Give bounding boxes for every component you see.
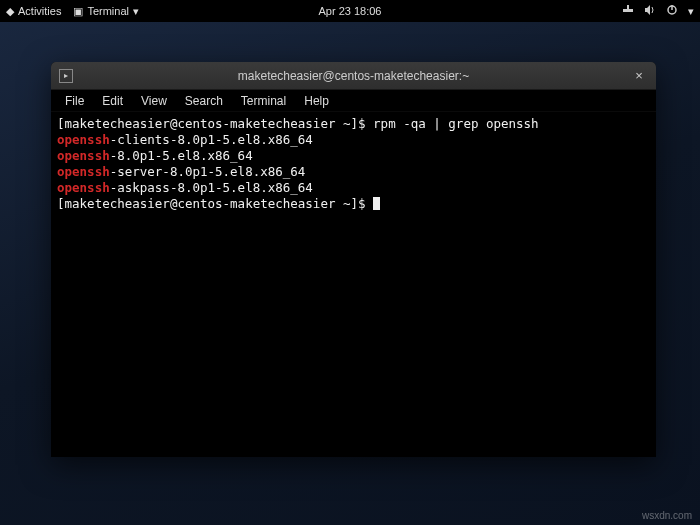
activities-button[interactable]: ◆ Activities bbox=[6, 5, 61, 17]
prompt-text: [maketecheasier@centos-maketecheasier ~]… bbox=[57, 116, 373, 131]
menu-search[interactable]: Search bbox=[177, 92, 231, 110]
grep-highlight: openssh bbox=[57, 180, 110, 195]
close-button[interactable]: × bbox=[630, 67, 648, 85]
command-text: rpm -qa | grep openssh bbox=[373, 116, 539, 131]
terminal-line: [maketecheasier@centos-maketecheasier ~]… bbox=[57, 116, 650, 132]
activities-icon: ◆ bbox=[6, 6, 14, 17]
terminal-output[interactable]: [maketecheasier@centos-maketecheasier ~]… bbox=[51, 112, 656, 457]
activities-label: Activities bbox=[18, 5, 61, 17]
output-text: -askpass-8.0p1-5.el8.x86_64 bbox=[110, 180, 313, 195]
chevron-down-icon: ▾ bbox=[688, 6, 694, 17]
menu-help[interactable]: Help bbox=[296, 92, 337, 110]
svg-rect-1 bbox=[629, 9, 633, 12]
terminal-line: [maketecheasier@centos-maketecheasier ~]… bbox=[57, 196, 650, 212]
window-titlebar[interactable]: ▸ maketecheasier@centos-maketecheasier:~… bbox=[51, 62, 656, 90]
network-icon[interactable] bbox=[622, 4, 634, 18]
output-text: -server-8.0p1-5.el8.x86_64 bbox=[110, 164, 306, 179]
clock[interactable]: Apr 23 18:06 bbox=[319, 5, 382, 17]
terminal-line: openssh-8.0p1-5.el8.x86_64 bbox=[57, 148, 650, 164]
output-text: -8.0p1-5.el8.x86_64 bbox=[110, 148, 253, 163]
terminal-titlebar-icon: ▸ bbox=[59, 69, 73, 83]
prompt-text: [maketecheasier@centos-maketecheasier ~]… bbox=[57, 196, 373, 211]
watermark: wsxdn.com bbox=[642, 510, 692, 521]
menu-file[interactable]: File bbox=[57, 92, 92, 110]
app-menu[interactable]: ▣ Terminal ▾ bbox=[73, 5, 139, 17]
window-title: maketecheasier@centos-maketecheasier:~ bbox=[238, 69, 469, 83]
terminal-line: openssh-clients-8.0p1-5.el8.x86_64 bbox=[57, 132, 650, 148]
output-text: -clients-8.0p1-5.el8.x86_64 bbox=[110, 132, 313, 147]
svg-rect-0 bbox=[623, 9, 627, 12]
datetime-label: Apr 23 18:06 bbox=[319, 5, 382, 17]
gnome-topbar: ◆ Activities ▣ Terminal ▾ Apr 23 18:06 ▾ bbox=[0, 0, 700, 22]
menu-terminal[interactable]: Terminal bbox=[233, 92, 294, 110]
menu-view[interactable]: View bbox=[133, 92, 175, 110]
chevron-down-icon: ▾ bbox=[133, 6, 139, 17]
terminal-line: openssh-askpass-8.0p1-5.el8.x86_64 bbox=[57, 180, 650, 196]
terminal-window: ▸ maketecheasier@centos-maketecheasier:~… bbox=[51, 62, 656, 457]
system-tray[interactable]: ▾ bbox=[622, 4, 694, 18]
grep-highlight: openssh bbox=[57, 148, 110, 163]
menubar: File Edit View Search Terminal Help bbox=[51, 90, 656, 112]
terminal-line: openssh-server-8.0p1-5.el8.x86_64 bbox=[57, 164, 650, 180]
menu-edit[interactable]: Edit bbox=[94, 92, 131, 110]
grep-highlight: openssh bbox=[57, 132, 110, 147]
terminal-app-icon: ▣ bbox=[73, 6, 83, 17]
svg-rect-2 bbox=[627, 5, 629, 12]
topbar-left: ◆ Activities ▣ Terminal ▾ bbox=[6, 5, 139, 17]
grep-highlight: openssh bbox=[57, 164, 110, 179]
volume-icon[interactable] bbox=[644, 4, 656, 18]
app-menu-label: Terminal bbox=[87, 5, 129, 17]
power-icon[interactable] bbox=[666, 4, 678, 18]
cursor-icon bbox=[373, 197, 380, 210]
